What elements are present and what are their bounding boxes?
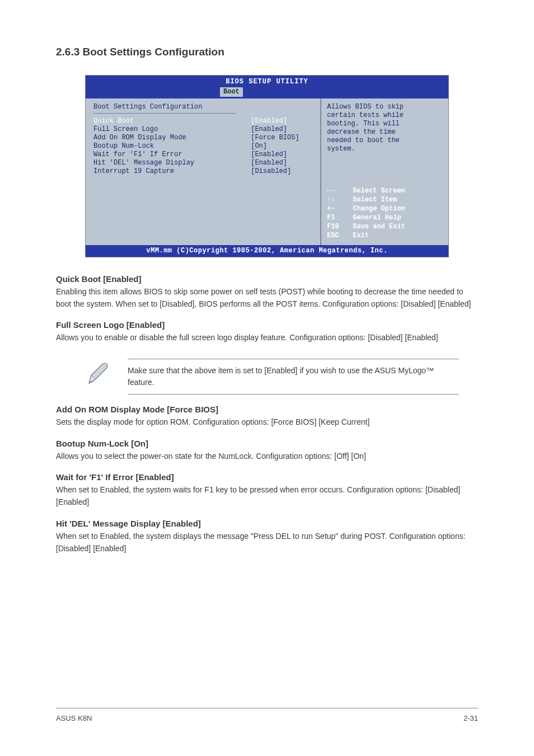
option-heading: Full Screen Logo [Enabled]: [56, 320, 478, 330]
option-heading: Hit 'DEL' Message Display [Enabled]: [56, 519, 478, 528]
bios-setting-value: [Enabled]: [251, 117, 312, 125]
bios-help-line: needed to boot the: [327, 137, 443, 145]
note-text: Make sure that the above item is set to …: [128, 359, 459, 395]
bios-footer: vMM.mm (C)Copyright 1985-2002, American …: [86, 245, 448, 257]
note-block: Make sure that the above item is set to …: [84, 359, 459, 395]
option-body: Sets the display mode for option ROM. Co…: [56, 416, 478, 429]
bios-setting-value: [On]: [251, 142, 312, 151]
option-body: When set to Enabled, the system displays…: [56, 530, 478, 555]
bios-nav-desc: Select Screen: [353, 187, 405, 195]
bios-setting-label: Hit 'DEL' Message Display: [93, 159, 251, 167]
bios-setting-value: [Enabled]: [251, 159, 312, 167]
bios-right-panel: Allows BIOS to skipcertain tests whilebo…: [321, 98, 448, 245]
option-body: Allows you to select the power-on state …: [56, 450, 478, 463]
page-footer: ASUS K8N 2-31: [56, 708, 478, 722]
bios-setting-row: Wait for 'F1' If Error[Enabled]: [93, 151, 312, 159]
bios-nav-key: F1: [327, 214, 347, 222]
bios-nav-desc: Select Item: [353, 196, 397, 204]
bios-setting-value: [Force BIOS]: [251, 134, 312, 142]
bios-setting-row: Hit 'DEL' Message Display[Enabled]: [93, 159, 312, 167]
bios-help-line: system.: [327, 145, 443, 153]
bios-setting-value: [Disabled]: [251, 167, 312, 176]
bios-panel-heading: Boot Settings Configuration: [93, 103, 312, 111]
bios-help-text: Allows BIOS to skipcertain tests whilebo…: [327, 103, 443, 153]
footer-left: ASUS K8N: [56, 714, 92, 722]
bios-nav-row: +-Change Option: [327, 205, 443, 213]
bios-nav-desc: Exit: [353, 232, 369, 240]
bios-setting-label: Full Screen Logo: [93, 125, 251, 134]
bios-help-line: booting. This will: [327, 120, 443, 128]
bios-screenshot: BIOS SETUP UTILITY Boot Boot Settings Co…: [85, 75, 449, 257]
bios-nav-desc: General Help: [353, 214, 401, 222]
bios-nav-key: ←→: [327, 187, 347, 195]
bios-help-line: certain tests while: [327, 111, 443, 120]
bios-tab-row: Boot: [86, 87, 448, 98]
option-heading: Add On ROM Display Mode [Force BIOS]: [56, 405, 478, 414]
bios-tab-boot: Boot: [220, 87, 243, 97]
bios-setting-row: Full Screen Logo[Enabled]: [93, 125, 312, 134]
pen-icon: [84, 359, 112, 387]
bios-nav-key: +-: [327, 205, 347, 213]
footer-right: 2-31: [463, 714, 478, 722]
bios-nav-key: F10: [327, 223, 347, 231]
bios-nav-key: ↑↓: [327, 196, 347, 204]
option-body: Enabling this item allows BIOS to skip s…: [56, 286, 478, 310]
option-heading: Bootup Num-Lock [On]: [56, 439, 478, 448]
option-body: Allows you to enable or disable the full…: [56, 332, 478, 344]
section-title: 2.6.3 Boot Settings Configuration: [56, 46, 478, 58]
option-body: When set to Enabled, the system waits fo…: [56, 484, 478, 508]
bios-nav-row: F1General Help: [327, 214, 443, 222]
bios-setting-value: [Enabled]: [251, 151, 312, 159]
bios-nav-key: ESC: [327, 232, 347, 240]
bios-setting-label: Wait for 'F1' If Error: [93, 151, 251, 159]
bios-nav-desc: Save and Exit: [353, 223, 405, 231]
bios-setting-label: Interrupt 19 Capture: [93, 167, 251, 176]
bios-left-panel: Boot Settings Configuration Quick Boot[E…: [86, 98, 321, 245]
bios-nav-desc: Change Option: [353, 205, 405, 213]
bios-setting-label: Quick Boot: [93, 117, 251, 125]
bios-setting-row: Bootup Num-Lock[On]: [93, 142, 312, 151]
bios-setting-label: Add On ROM Display Mode: [93, 134, 251, 142]
bios-setting-row: Add On ROM Display Mode[Force BIOS]: [93, 134, 312, 142]
bios-setting-value: [Enabled]: [251, 125, 312, 134]
bios-help-line: decrease the time: [327, 128, 443, 137]
bios-nav-row: F10Save and Exit: [327, 223, 443, 231]
bios-nav-row: ESCExit: [327, 232, 443, 240]
bios-title: BIOS SETUP UTILITY: [86, 76, 448, 87]
bios-nav-keys: ←→Select Screen↑↓Select Item+-Change Opt…: [327, 187, 443, 241]
option-heading: Wait for 'F1' If Error [Enabled]: [56, 472, 478, 482]
bios-nav-row: ←→Select Screen: [327, 187, 443, 195]
bios-help-line: Allows BIOS to skip: [327, 103, 443, 111]
bios-nav-row: ↑↓Select Item: [327, 196, 443, 204]
option-heading: Quick Boot [Enabled]: [56, 274, 478, 284]
bios-setting-row: Quick Boot[Enabled]: [93, 117, 312, 125]
bios-setting-row: Interrupt 19 Capture[Disabled]: [93, 167, 312, 176]
bios-setting-label: Bootup Num-Lock: [93, 142, 251, 151]
bios-rule: [93, 113, 236, 114]
